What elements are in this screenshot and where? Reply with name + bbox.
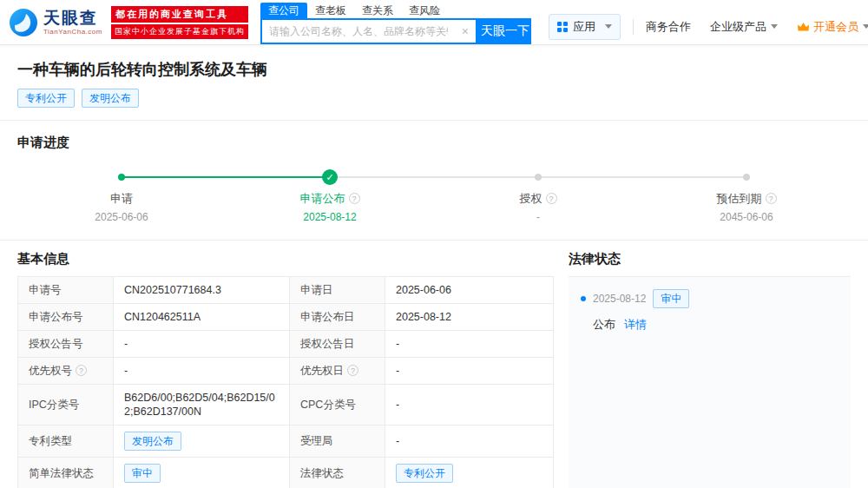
patent-type-badge[interactable]: 发明公布 — [124, 432, 181, 451]
table-row: 简单法律状态 审中 法律状态 专利公开 — [18, 458, 554, 488]
page-title: 一种车辆的后轮转向控制系统及车辆 — [17, 59, 851, 80]
legal-event-label: 公布 — [593, 317, 615, 333]
banner-slogan: 都在用的商业查询工具 — [111, 6, 248, 23]
check-icon: ✓ — [322, 169, 338, 185]
row-value: CN120462511A — [114, 304, 290, 331]
legal-status-badge[interactable]: 专利公开 — [396, 464, 453, 483]
progress-section: 申请进度 申请 2025-06-06 ✓ 申请公布? 2025-08-12 授权… — [0, 121, 868, 241]
step-date: 2045-06-06 — [642, 211, 851, 223]
nav-vip-label: 开通会员 — [813, 19, 858, 35]
timeline-dot-pending — [535, 174, 542, 181]
apps-label: 应用 — [573, 19, 595, 35]
row-label: 授权公告号 — [18, 331, 114, 358]
table-row: 专利类型 发明公布 受理局 - — [18, 425, 554, 458]
search-button[interactable]: 天眼一下 — [476, 18, 531, 44]
nav-business-cooperation[interactable]: 商务合作 — [646, 19, 691, 35]
chevron-down-icon — [863, 24, 868, 29]
legal-status-item-badge[interactable]: 审中 — [653, 289, 689, 308]
bullet-dot-icon — [581, 296, 586, 301]
row-label: CPC分类号 — [290, 385, 385, 425]
legal-detail-link[interactable]: 详情 — [624, 317, 647, 333]
patent-detail-page: 天眼查 TianYanCha.com 都在用的商业查询工具 国家中小企业发展子基… — [0, 0, 868, 488]
main-content: 基本信息 申请号 CN202510771684.3 申请日 2025-06-06… — [0, 241, 868, 488]
info-icon[interactable]: ? — [349, 193, 360, 204]
row-label: 授权公告日 — [290, 331, 385, 358]
promo-banner: 都在用的商业查询工具 国家中小企业发展子基金旗下机构 — [111, 6, 248, 39]
table-row: 申请公布号 CN120462511A 申请公布日 2025-08-12 — [18, 304, 554, 331]
row-value: 专利公开 — [385, 458, 554, 488]
brand-name: 天眼查 — [43, 10, 102, 26]
legal-status-panel: 法律状态 2025-08-12 审中 公布 详情 — [569, 251, 851, 488]
table-row: 优先权号? - 优先权日? - — [18, 358, 554, 385]
application-timeline: 申请 2025-06-06 ✓ 申请公布? 2025-08-12 授权? - — [17, 168, 851, 226]
step-date: 2025-06-06 — [17, 211, 226, 223]
basic-info-panel: 基本信息 申请号 CN202510771684.3 申请日 2025-06-06… — [17, 251, 553, 488]
table-row: 授权公告号 - 授权公告日 - — [18, 331, 554, 358]
brand-domain: TianYanCha.com — [43, 29, 102, 36]
row-label: 申请号 — [18, 277, 114, 304]
row-value: - — [385, 425, 554, 458]
search-tab-relation[interactable]: 查关系 — [354, 3, 401, 19]
top-header: 天眼查 TianYanCha.com 都在用的商业查询工具 国家中小企业发展子基… — [0, 0, 868, 45]
timeline-step-applied: 申请 2025-06-06 — [17, 168, 226, 223]
row-value: 2025-08-12 — [385, 304, 554, 331]
row-label: 优先权日? — [290, 358, 385, 385]
info-icon[interactable]: ? — [766, 193, 777, 204]
nav-enterprise-label: 企业级产品 — [710, 19, 766, 35]
timeline-dot-done — [118, 174, 125, 181]
chevron-down-icon — [771, 24, 778, 29]
table-row: IPC分类号 B62D6/00;B62D5/04;B62D15/02;B62D1… — [18, 385, 554, 425]
info-icon[interactable]: ? — [546, 193, 557, 204]
legal-status-event: 公布 详情 — [593, 317, 838, 333]
row-label: 优先权号? — [18, 358, 114, 385]
step-label: 授权 — [520, 192, 542, 205]
row-value: - — [114, 331, 290, 358]
info-icon[interactable]: ? — [347, 365, 358, 376]
row-value: - — [385, 331, 554, 358]
row-label: 申请日 — [290, 277, 385, 304]
tag-patent-public[interactable]: 专利公开 — [17, 89, 75, 108]
legal-status-item: 2025-08-12 审中 — [581, 289, 838, 308]
timeline-step-published: ✓ 申请公布? 2025-08-12 — [226, 168, 434, 223]
row-value: - — [385, 358, 554, 385]
clear-search-icon[interactable]: × — [455, 24, 476, 38]
basic-info-table: 申请号 CN202510771684.3 申请日 2025-06-06 申请公布… — [17, 276, 554, 488]
step-date: - — [434, 211, 642, 223]
section-title-basic-info: 基本信息 — [17, 251, 553, 267]
simple-legal-status-badge[interactable]: 审中 — [124, 464, 161, 483]
row-label: 法律状态 — [290, 458, 385, 488]
search-area: 查公司 查老板 查关系 查风险 × 天眼一下 — [260, 0, 531, 44]
search-tab-boss[interactable]: 查老板 — [307, 3, 354, 19]
row-label: IPC分类号 — [18, 385, 114, 425]
title-section: 一种车辆的后轮转向控制系统及车辆 专利公开 发明公布 — [0, 45, 868, 121]
crown-icon — [797, 22, 810, 32]
tag-invention-publication[interactable]: 发明公布 — [82, 89, 139, 108]
row-label: 专利类型 — [18, 425, 114, 458]
step-date: 2025-08-12 — [226, 211, 434, 223]
search-tab-risk[interactable]: 查风险 — [401, 3, 448, 19]
banner-subtitle: 国家中小企业发展子基金旗下机构 — [111, 24, 248, 39]
row-value: CN202510771684.3 — [114, 277, 290, 304]
section-title-progress: 申请进度 — [17, 135, 851, 151]
row-value: 发明公布 — [114, 425, 290, 458]
search-tab-company[interactable]: 查公司 — [260, 3, 307, 19]
info-icon[interactable]: ? — [76, 365, 87, 376]
nav-enterprise-products[interactable]: 企业级产品 — [710, 19, 778, 35]
timeline-dot-pending — [743, 174, 750, 181]
search-input[interactable] — [262, 25, 455, 37]
section-title-legal-status: 法律状态 — [569, 251, 851, 277]
row-label: 申请公布日 — [290, 304, 385, 331]
apps-grid-icon — [557, 22, 568, 32]
apps-menu[interactable]: 应用 — [549, 14, 621, 40]
row-label: 简单法律状态 — [18, 458, 114, 488]
timeline-step-granted: 授权? - — [434, 168, 642, 223]
divider — [633, 19, 634, 35]
search-tabs: 查公司 查老板 查关系 查风险 — [260, 3, 531, 18]
step-label: 申请公布 — [300, 192, 345, 205]
row-label: 受理局 — [290, 425, 385, 458]
search-box: × — [260, 18, 476, 44]
top-nav: 商务合作 企业级产品 开通会员 超级风控 — [646, 19, 868, 35]
tianyancha-logo[interactable]: 天眼查 TianYanCha.com — [9, 8, 102, 37]
nav-vip-upgrade[interactable]: 开通会员 — [797, 19, 868, 35]
row-value: 2025-06-06 — [385, 277, 554, 304]
